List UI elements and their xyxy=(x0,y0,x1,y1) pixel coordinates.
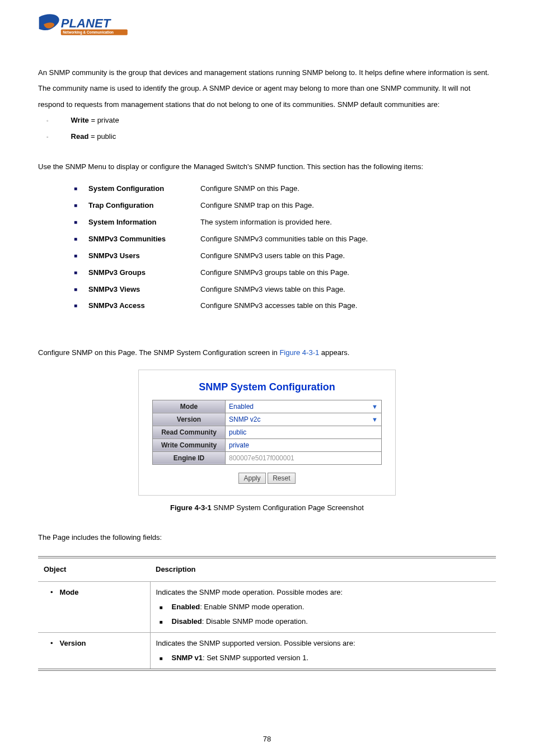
read-term: Read xyxy=(71,132,89,141)
intro-paragraph: An SNMP community is the group that devi… xyxy=(38,65,496,113)
figure-box: SNMP System Configuration ModeEnabled▼Ve… xyxy=(138,370,396,496)
config-row-key: Version xyxy=(153,413,226,426)
menu-item: SNMPv3 CommunitiesConfigure SNMPv3 commu… xyxy=(74,231,496,248)
config-row-key: Write Community xyxy=(153,438,226,451)
config-row-value[interactable]: SNMP v2c▼ xyxy=(226,413,382,426)
planet-logo-icon: PLANET Networking & Communication xyxy=(38,11,133,42)
description-cell: Indicates the SNMP supported version. Po… xyxy=(150,632,496,670)
fields-tbody: ModeIndicates the SNMP mode operation. P… xyxy=(38,581,496,670)
options-list: Enabled: Enable SNMP mode operation.Disa… xyxy=(156,600,491,629)
col-object-header: Object xyxy=(38,557,150,581)
menu-item-desc: Configure SNMP on this Page. xyxy=(200,180,299,197)
option-term: Disabled xyxy=(172,617,202,626)
write-term: Write xyxy=(71,116,89,124)
menu-item-desc: Configure SNMPv3 users table on this Pag… xyxy=(200,248,345,264)
menu-item: System ConfigurationConfigure SNMP on th… xyxy=(74,180,496,197)
figure-caption: Figure 4-3-1 SNMP System Configuration P… xyxy=(38,500,496,516)
object-cell: Version xyxy=(38,632,150,670)
fields-intro: The Page includes the following fields: xyxy=(38,530,496,546)
svg-text:PLANET: PLANET xyxy=(61,16,112,30)
option-desc: : Enable SNMP mode operation. xyxy=(200,603,304,611)
read-value: = public xyxy=(88,132,116,141)
sysconfig-text-post: appears. xyxy=(319,348,349,357)
menu-item-label: SNMPv3 Communities xyxy=(88,231,200,248)
figure-title: SNMP System Configuration xyxy=(152,381,382,393)
config-value-text: public xyxy=(229,428,246,436)
menu-item-label: Trap Configuration xyxy=(88,197,200,214)
menu-item-desc: Configure SNMPv3 accesses table on this … xyxy=(200,297,357,314)
option-term: SNMP v1 xyxy=(172,654,203,662)
list-item: Disabled: Disable SNMP mode operation. xyxy=(160,614,491,629)
menu-item-desc: Configure SNMP trap on this Page. xyxy=(200,197,314,214)
list-item: Write = private xyxy=(46,113,496,129)
fields-table: Object Description ModeIndicates the SNM… xyxy=(38,556,496,671)
config-row-value[interactable]: 800007e5017f000001 xyxy=(226,451,382,464)
option-term: Enabled xyxy=(172,603,200,611)
menu-item-label: System Information xyxy=(88,214,200,231)
menu-item-label: SNMPv3 Groups xyxy=(88,264,200,281)
menu-item: Trap ConfigurationConfigure SNMP trap on… xyxy=(74,197,496,214)
object-cell: Mode xyxy=(38,581,150,632)
menu-item-desc: Configure SNMPv3 communities table on th… xyxy=(200,231,368,248)
config-row-key: Read Community xyxy=(153,426,226,438)
config-tbody: ModeEnabled▼VersionSNMP v2c▼Read Communi… xyxy=(153,400,382,464)
config-value-text: SNMP v2c xyxy=(229,416,260,423)
figure-container: SNMP System Configuration ModeEnabled▼Ve… xyxy=(38,370,496,496)
write-value: = private xyxy=(89,116,119,124)
config-value-text: Enabled xyxy=(229,403,254,410)
caption-text: SNMP System Configuration Page Screensho… xyxy=(212,503,364,512)
option-desc: : Disable SNMP mode operation. xyxy=(202,617,308,626)
config-row-key: Engine ID xyxy=(153,451,226,464)
caption-prefix: Figure 4-3-1 xyxy=(170,503,212,512)
community-defaults-list: Write = private Read = public xyxy=(38,113,496,144)
table-row: Engine ID800007e5017f000001 xyxy=(153,451,382,464)
figure-link[interactable]: Figure 4-3-1 xyxy=(279,348,319,357)
intro-text: An SNMP community is the group that devi… xyxy=(38,65,496,113)
chevron-down-icon[interactable]: ▼ xyxy=(372,403,378,410)
svg-text:Networking & Communication: Networking & Communication xyxy=(63,30,114,35)
description-cell: Indicates the SNMP mode operation. Possi… xyxy=(150,581,496,632)
reset-button[interactable]: Reset xyxy=(268,473,295,484)
config-value-text: private xyxy=(229,441,249,449)
config-value-text: 800007e5017f000001 xyxy=(229,454,294,462)
description-lead: Indicates the SNMP mode operation. Possi… xyxy=(156,585,491,600)
menu-item-desc: Configure SNMPv3 views table on this Pag… xyxy=(200,281,345,298)
menu-item: SNMPv3 ViewsConfigure SNMPv3 views table… xyxy=(74,281,496,298)
options-list: SNMP v1: Set SNMP supported version 1. xyxy=(156,651,491,665)
table-row: Read Communitypublic xyxy=(153,426,382,438)
menu-item-label: SNMPv3 Access xyxy=(88,297,200,314)
menu-item-desc: The system information is provided here. xyxy=(200,214,332,231)
table-row: VersionIndicates the SNMP supported vers… xyxy=(38,632,496,670)
menu-item: SNMPv3 AccessConfigure SNMPv3 accesses t… xyxy=(74,297,496,314)
brand-logo: PLANET Networking & Communication xyxy=(38,11,496,48)
col-desc-header: Description xyxy=(150,557,496,581)
table-row: Write Communityprivate xyxy=(153,438,382,451)
object-name: Mode xyxy=(60,588,79,596)
config-row-value[interactable]: Enabled▼ xyxy=(226,400,382,413)
description-lead: Indicates the SNMP supported version. Po… xyxy=(156,636,491,651)
sysconfig-text-pre: Configure SNMP on this Page. The SNMP Sy… xyxy=(38,348,279,357)
menu-items-list: System ConfigurationConfigure SNMP on th… xyxy=(38,180,496,314)
apply-button[interactable]: Apply xyxy=(238,473,265,484)
table-row: ModeIndicates the SNMP mode operation. P… xyxy=(38,581,496,632)
option-desc: : Set SNMP supported version 1. xyxy=(203,654,308,662)
config-row-value[interactable]: private xyxy=(226,438,382,451)
list-item: Enabled: Enable SNMP mode operation. xyxy=(160,600,491,614)
sysconfig-intro: Configure SNMP on this Page. The SNMP Sy… xyxy=(38,345,496,361)
config-table: ModeEnabled▼VersionSNMP v2c▼Read Communi… xyxy=(152,400,382,465)
menu-item-label: SNMPv3 Users xyxy=(88,248,200,264)
overview-text: Use the SNMP Menu to display or configur… xyxy=(38,159,496,175)
menu-item-label: SNMPv3 Views xyxy=(88,281,200,298)
config-row-value[interactable]: public xyxy=(226,426,382,438)
menu-item: System InformationThe system information… xyxy=(74,214,496,231)
menu-item-label: System Configuration xyxy=(88,180,200,197)
page-number: 78 xyxy=(0,731,534,748)
table-row: VersionSNMP v2c▼ xyxy=(153,413,382,426)
menu-item: SNMPv3 UsersConfigure SNMPv3 users table… xyxy=(74,248,496,264)
list-item: SNMP v1: Set SNMP supported version 1. xyxy=(160,651,491,665)
table-row: ModeEnabled▼ xyxy=(153,400,382,413)
list-item: Read = public xyxy=(46,129,496,145)
button-row: Apply Reset xyxy=(152,473,382,484)
menu-item: SNMPv3 GroupsConfigure SNMPv3 groups tab… xyxy=(74,264,496,281)
chevron-down-icon[interactable]: ▼ xyxy=(372,416,378,423)
